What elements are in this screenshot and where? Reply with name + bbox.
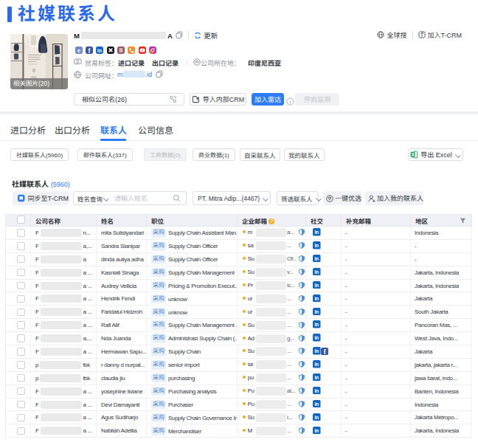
svg-text:in: in <box>315 415 319 420</box>
svg-text:in: in <box>315 256 319 261</box>
svg-text:in: in <box>97 48 102 53</box>
svg-text:in: in <box>315 323 319 328</box>
svg-text:in: in <box>315 388 319 393</box>
svg-text:in: in <box>315 362 319 367</box>
svg-text:in: in <box>315 269 319 275</box>
svg-text:in: in <box>315 336 319 341</box>
svg-text:in: in <box>315 309 319 314</box>
svg-text:f: f <box>88 47 90 54</box>
svg-text:in: in <box>315 243 319 248</box>
svg-text:in: in <box>315 402 319 407</box>
svg-text:in: in <box>315 428 319 433</box>
svg-text:in: in <box>315 375 319 380</box>
svg-text:in: in <box>315 230 319 235</box>
svg-text:e: e <box>77 47 80 54</box>
svg-text:in: in <box>315 296 319 301</box>
svg-text:in: in <box>315 283 319 288</box>
svg-text:in: in <box>315 348 319 354</box>
svg-text:X: X <box>412 152 415 157</box>
